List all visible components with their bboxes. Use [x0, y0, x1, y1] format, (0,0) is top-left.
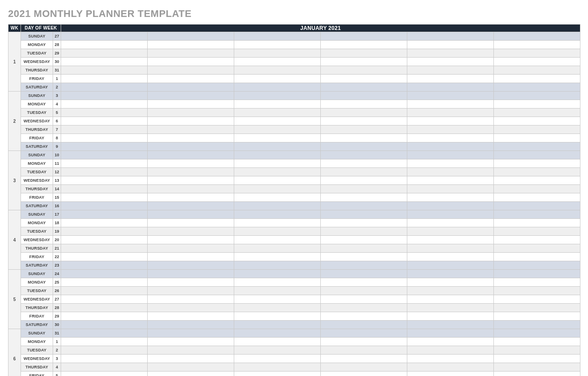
planner-slot[interactable]: [494, 219, 580, 227]
planner-slot[interactable]: [61, 32, 148, 41]
planner-slot[interactable]: [407, 321, 494, 329]
planner-slot[interactable]: [234, 219, 321, 227]
planner-slot[interactable]: [321, 75, 407, 83]
planner-slot[interactable]: [234, 321, 321, 329]
planner-slot[interactable]: [234, 32, 321, 41]
planner-slot[interactable]: [148, 363, 234, 372]
planner-slot[interactable]: [61, 109, 148, 117]
planner-slot[interactable]: [407, 134, 494, 142]
planner-slot[interactable]: [407, 372, 494, 376]
planner-slot[interactable]: [321, 125, 407, 134]
planner-slot[interactable]: [407, 304, 494, 312]
planner-slot[interactable]: [407, 338, 494, 346]
planner-slot[interactable]: [321, 49, 407, 58]
planner-slot[interactable]: [61, 355, 148, 363]
planner-slot[interactable]: [234, 227, 321, 236]
planner-slot[interactable]: [321, 355, 407, 363]
planner-slot[interactable]: [321, 109, 407, 117]
planner-slot[interactable]: [234, 125, 321, 134]
planner-slot[interactable]: [148, 75, 234, 83]
planner-slot[interactable]: [407, 261, 494, 270]
planner-slot[interactable]: [321, 32, 407, 41]
planner-slot[interactable]: [148, 125, 234, 134]
planner-slot[interactable]: [321, 236, 407, 244]
planner-slot[interactable]: [321, 363, 407, 372]
planner-slot[interactable]: [148, 117, 234, 125]
planner-slot[interactable]: [407, 244, 494, 253]
planner-slot[interactable]: [148, 236, 234, 244]
planner-slot[interactable]: [148, 109, 234, 117]
planner-slot[interactable]: [494, 125, 580, 134]
planner-slot[interactable]: [234, 261, 321, 270]
planner-slot[interactable]: [234, 244, 321, 253]
planner-slot[interactable]: [234, 236, 321, 244]
planner-slot[interactable]: [321, 168, 407, 176]
planner-slot[interactable]: [494, 159, 580, 168]
planner-slot[interactable]: [494, 202, 580, 210]
planner-slot[interactable]: [148, 66, 234, 75]
planner-slot[interactable]: [407, 109, 494, 117]
planner-slot[interactable]: [148, 92, 234, 100]
planner-slot[interactable]: [407, 355, 494, 363]
planner-slot[interactable]: [61, 312, 148, 321]
planner-slot[interactable]: [407, 295, 494, 304]
planner-slot[interactable]: [407, 41, 494, 49]
planner-slot[interactable]: [321, 134, 407, 142]
planner-slot[interactable]: [61, 159, 148, 168]
planner-slot[interactable]: [494, 185, 580, 193]
planner-slot[interactable]: [321, 83, 407, 92]
planner-slot[interactable]: [61, 92, 148, 100]
planner-slot[interactable]: [234, 151, 321, 159]
planner-slot[interactable]: [494, 338, 580, 346]
planner-slot[interactable]: [234, 185, 321, 193]
planner-slot[interactable]: [407, 176, 494, 185]
planner-slot[interactable]: [234, 329, 321, 338]
planner-slot[interactable]: [61, 227, 148, 236]
planner-slot[interactable]: [494, 168, 580, 176]
planner-slot[interactable]: [321, 66, 407, 75]
planner-slot[interactable]: [61, 236, 148, 244]
planner-slot[interactable]: [148, 193, 234, 202]
planner-slot[interactable]: [148, 134, 234, 142]
planner-slot[interactable]: [494, 66, 580, 75]
planner-slot[interactable]: [321, 92, 407, 100]
planner-slot[interactable]: [407, 159, 494, 168]
planner-slot[interactable]: [494, 355, 580, 363]
planner-slot[interactable]: [494, 295, 580, 304]
planner-slot[interactable]: [494, 49, 580, 58]
planner-slot[interactable]: [148, 151, 234, 159]
planner-slot[interactable]: [494, 176, 580, 185]
planner-slot[interactable]: [321, 202, 407, 210]
planner-slot[interactable]: [234, 117, 321, 125]
planner-slot[interactable]: [148, 329, 234, 338]
planner-slot[interactable]: [148, 244, 234, 253]
planner-slot[interactable]: [321, 41, 407, 49]
planner-slot[interactable]: [494, 109, 580, 117]
planner-slot[interactable]: [407, 168, 494, 176]
planner-slot[interactable]: [148, 321, 234, 329]
planner-slot[interactable]: [234, 295, 321, 304]
planner-slot[interactable]: [61, 321, 148, 329]
planner-slot[interactable]: [407, 75, 494, 83]
planner-slot[interactable]: [148, 219, 234, 227]
planner-slot[interactable]: [148, 32, 234, 41]
planner-slot[interactable]: [234, 142, 321, 151]
planner-slot[interactable]: [61, 278, 148, 287]
planner-slot[interactable]: [61, 295, 148, 304]
planner-slot[interactable]: [234, 355, 321, 363]
planner-slot[interactable]: [321, 227, 407, 236]
planner-slot[interactable]: [321, 312, 407, 321]
planner-slot[interactable]: [407, 227, 494, 236]
planner-slot[interactable]: [494, 236, 580, 244]
planner-slot[interactable]: [234, 253, 321, 261]
planner-slot[interactable]: [148, 372, 234, 376]
planner-slot[interactable]: [234, 49, 321, 58]
planner-slot[interactable]: [407, 278, 494, 287]
planner-slot[interactable]: [494, 261, 580, 270]
planner-slot[interactable]: [321, 295, 407, 304]
planner-slot[interactable]: [61, 202, 148, 210]
planner-slot[interactable]: [407, 142, 494, 151]
planner-slot[interactable]: [234, 338, 321, 346]
planner-slot[interactable]: [61, 75, 148, 83]
planner-slot[interactable]: [148, 58, 234, 66]
